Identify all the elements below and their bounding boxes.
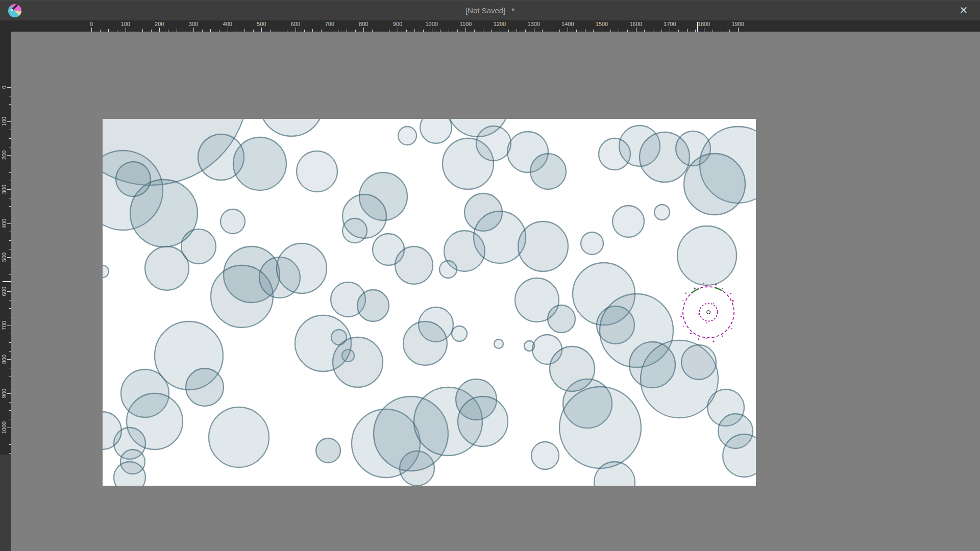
selection-speck [690,333,692,334]
vertical-ruler[interactable]: 01002003004005006007008009001000 [0,20,11,455]
ruler-tick [9,130,11,130]
ruler-tick [414,29,415,32]
ruler-tick [440,30,440,32]
artboard[interactable] [103,119,756,486]
bubble-circle [398,127,416,145]
ruler-tick [9,215,11,215]
ruler-tick [9,198,11,198]
ruler-tick [695,30,696,32]
window-title: [Not Saved]* [0,1,980,21]
ruler-label: 600 [1,284,7,299]
ruler-tick [287,30,287,32]
ruler-tick [576,30,577,32]
unsaved-indicator: * [511,6,514,15]
selection-speck [713,303,714,304]
ruler-label: 600 [291,21,300,27]
ruler-tick [9,274,11,275]
ruler-tick [185,30,185,32]
ruler-tick [644,30,645,32]
ruler-tick [168,30,168,32]
ruler-tick [9,138,11,139]
ruler-tick [9,368,11,368]
ruler-tick [653,29,653,32]
ruler-tick [9,249,11,249]
bubble-circle [297,151,337,192]
bubble-circle [476,126,511,161]
bubble-circle [439,261,457,278]
canvas-workspace[interactable] [11,32,980,551]
ruler-label: 800 [1,352,7,367]
bubble-circle [518,221,568,271]
ruler-tick [219,30,219,32]
ruler-label: 100 [1,114,7,129]
ruler-tick [729,30,730,32]
bubble-circle [116,162,151,196]
ruler-tick [738,28,739,32]
ruler-label: 1100 [459,21,472,27]
bubble-circle [559,387,641,468]
ruler-label: 1000 [425,21,437,27]
bubble-circle [677,226,737,285]
ruler-tick [338,30,338,32]
ruler-tick [9,206,11,207]
selection-overlay[interactable] [680,283,734,342]
ruler-tick [687,29,688,32]
ruler-tick [636,28,636,32]
bubble-circle [316,438,340,463]
ruler-tick [432,28,432,32]
ruler-label: 900 [393,21,402,27]
pencil-glyph [10,4,18,12]
ruler-tick [483,29,483,32]
ruler-tick [389,30,389,32]
ruler-tick [423,30,424,32]
ruler-tick [7,189,11,190]
selection-speck [706,338,707,339]
ruler-tick [7,325,11,326]
ruler-tick [602,28,602,32]
artwork-bubbles [103,119,756,486]
ruler-label: 400 [1,216,7,231]
close-button[interactable]: ✕ [952,1,975,21]
selection-speck [683,327,684,328]
bubble-circle [220,209,245,234]
ruler-label: 800 [359,21,368,27]
bubble-circle [186,368,224,406]
app-logo-icon[interactable] [8,4,21,17]
selection-center-handle[interactable] [707,311,710,314]
ruler-tick [9,232,11,232]
bubble-circle [403,321,447,365]
ruler-tick [721,29,721,32]
snap-highlight-arc [715,288,722,291]
ruler-tick [662,30,662,32]
ruler-tick [9,104,11,105]
ruler-tick [279,29,279,32]
selection-speck [698,338,700,340]
ruler-tick [261,28,262,32]
ruler-label: 1000 [1,420,7,435]
bubble-circle [548,305,575,333]
ruler-tick [9,402,11,403]
ruler-tick [142,29,143,32]
ruler-tick [321,30,322,32]
ruler-tick [542,30,543,32]
ruler-tick [304,30,305,32]
selection-speck [715,284,717,285]
ruler-tick [9,96,11,96]
ruler-tick [177,29,177,32]
selection-speck [680,316,682,317]
ruler-tick [330,28,330,32]
ruler-label: 100 [121,21,130,27]
bubble-circle [260,119,323,136]
titlebar: [Not Saved]* ✕ [0,0,980,20]
horizontal-ruler[interactable]: 0100200300400500600700800900100011001200… [0,20,980,32]
ruler-tick [678,30,679,32]
selection-speck [706,322,707,323]
ruler-tick [134,30,134,32]
ruler-tick [7,359,11,360]
selection-speck [685,292,687,294]
ruler-tick [568,28,568,32]
bubble-circle [654,205,670,220]
ruler-tick [9,164,11,164]
ruler-tick [244,29,245,32]
ruler-label: 1300 [527,21,540,27]
